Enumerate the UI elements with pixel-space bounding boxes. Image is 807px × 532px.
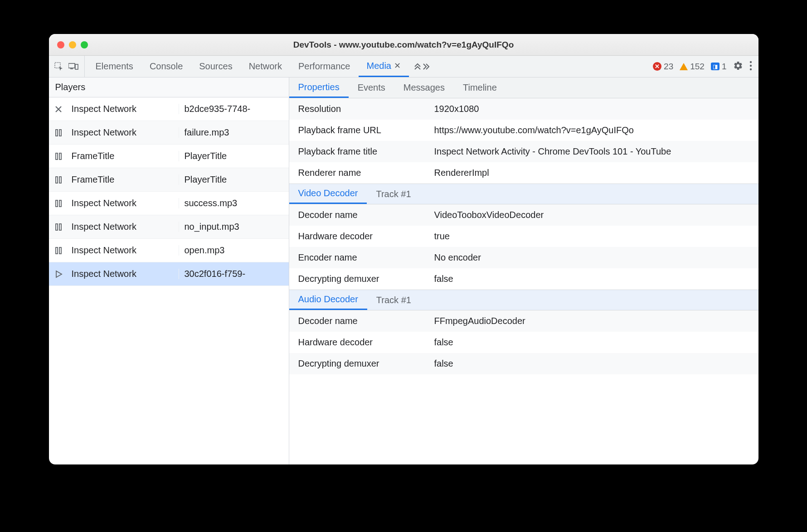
warnings-badge[interactable]: 152 [680, 62, 705, 72]
svg-point-6 [749, 68, 751, 70]
property-row: Resolution1920x1080 [289, 98, 758, 120]
tab-media[interactable]: Media ✕ [359, 56, 409, 77]
property-key: Hardware decoder [298, 231, 434, 242]
detail-tab-properties[interactable]: Properties [289, 77, 349, 98]
settings-icon[interactable] [733, 61, 743, 73]
svg-rect-7 [56, 130, 58, 136]
player-row[interactable]: Inspect Network30c2f016-f759- [49, 262, 289, 286]
player-title: b2dce935-7748- [179, 104, 289, 114]
player-title: no_input.mp3 [179, 222, 289, 232]
minimize-window-button[interactable] [69, 41, 76, 48]
property-value: true [434, 231, 749, 242]
inspect-element-icon[interactable] [53, 61, 64, 72]
property-value: No encoder [434, 252, 749, 263]
svg-rect-16 [59, 224, 61, 230]
svg-rect-8 [59, 130, 61, 136]
svg-point-5 [749, 64, 751, 66]
svg-rect-15 [56, 224, 58, 230]
property-value: VideoTooboxVideoDecoder [434, 210, 749, 220]
device-toggle-icon[interactable] [68, 61, 79, 72]
video-decoder-properties: Decoder nameVideoTooboxVideoDecoderHardw… [289, 204, 758, 290]
audio-decoder-tab[interactable]: Audio Decoder [289, 290, 367, 310]
player-row[interactable]: FrameTitlePlayerTitle [49, 168, 289, 192]
player-frame: Inspect Network [68, 245, 179, 256]
player-status-icon [49, 129, 68, 137]
window-title: DevTools - www.youtube.com/watch?v=e1gAy… [293, 40, 514, 50]
detail-tab-messages[interactable]: Messages [394, 77, 454, 98]
players-sidebar: Players Inspect Networkb2dce935-7748-Ins… [49, 77, 289, 464]
panel-tabs: Elements Console Sources Network Perform… [88, 56, 409, 77]
audio-decoder-properties: Decoder nameFFmpegAudioDecoderHardware d… [289, 310, 758, 374]
player-row[interactable]: Inspect Networkopen.mp3 [49, 239, 289, 262]
errors-badge[interactable]: ✕ 23 [653, 62, 673, 72]
player-row[interactable]: Inspect Networkb2dce935-7748- [49, 97, 289, 121]
player-status-icon [49, 105, 68, 113]
player-row[interactable]: Inspect Networkno_input.mp3 [49, 215, 289, 239]
titlebar: DevTools - www.youtube.com/watch?v=e1gAy… [49, 34, 758, 56]
property-value: https://www.youtube.com/watch?v=e1gAyQuI… [434, 125, 749, 135]
player-status-icon [49, 270, 68, 278]
audio-decoder-section-tabs: Audio Decoder Track #1 [289, 290, 758, 310]
svg-rect-17 [56, 247, 58, 254]
svg-rect-9 [56, 153, 58, 160]
player-title: success.mp3 [179, 198, 289, 208]
svg-rect-13 [56, 200, 58, 207]
detail-tab-timeline[interactable]: Timeline [454, 77, 506, 98]
property-row: Decoder nameFFmpegAudioDecoder [289, 310, 758, 332]
player-row[interactable]: Inspect Networksuccess.mp3 [49, 192, 289, 215]
issues-badge[interactable]: ◨ 1 [711, 62, 727, 72]
property-key: Decoder name [298, 210, 434, 220]
tab-performance[interactable]: Performance [290, 56, 359, 77]
property-value: false [434, 358, 749, 369]
main-toolbar: Elements Console Sources Network Perform… [49, 56, 758, 77]
svg-point-4 [749, 61, 751, 63]
player-title: open.mp3 [179, 245, 289, 256]
player-row[interactable]: FrameTitlePlayerTitle [49, 145, 289, 168]
svg-rect-11 [56, 177, 58, 183]
detail-tabs: Properties Events Messages Timeline [289, 77, 758, 98]
player-status-icon [49, 247, 68, 255]
warning-icon [680, 63, 688, 70]
player-frame: Inspect Network [68, 104, 179, 114]
property-key: Decrypting demuxer [298, 274, 434, 284]
player-frame: Inspect Network [68, 127, 179, 138]
more-tabs-button[interactable] [409, 56, 433, 77]
property-value: Inspect Network Activity - Chrome DevToo… [434, 146, 749, 157]
player-list: Inspect Networkb2dce935-7748-Inspect Net… [49, 97, 289, 464]
player-frame: Inspect Network [68, 198, 179, 208]
audio-track-tab[interactable]: Track #1 [367, 290, 420, 310]
video-track-tab[interactable]: Track #1 [367, 184, 420, 204]
sidebar-header: Players [49, 77, 289, 97]
svg-rect-12 [59, 177, 61, 183]
maximize-window-button[interactable] [81, 41, 88, 48]
tab-elements[interactable]: Elements [88, 56, 141, 77]
svg-rect-1 [68, 63, 75, 68]
property-key: Hardware decoder [298, 337, 434, 348]
property-row: Hardware decoderfalse [289, 332, 758, 353]
property-value: false [434, 274, 749, 284]
svg-rect-18 [59, 247, 61, 254]
close-tab-icon[interactable]: ✕ [394, 61, 401, 71]
property-value: FFmpegAudioDecoder [434, 316, 749, 326]
property-key: Resolution [298, 104, 434, 114]
player-row[interactable]: Inspect Networkfailure.mp3 [49, 121, 289, 145]
property-row: Decrypting demuxerfalse [289, 353, 758, 374]
detail-tab-events[interactable]: Events [349, 77, 394, 98]
more-options-icon[interactable] [749, 61, 752, 73]
player-title: failure.mp3 [179, 127, 289, 138]
tab-console[interactable]: Console [141, 56, 191, 77]
player-title: 30c2f016-f759- [179, 269, 289, 279]
tab-sources[interactable]: Sources [191, 56, 240, 77]
player-status-icon [49, 199, 68, 208]
svg-rect-2 [70, 68, 73, 69]
error-icon: ✕ [653, 62, 661, 71]
svg-rect-10 [59, 153, 61, 160]
property-row: Encoder nameNo encoder [289, 247, 758, 268]
property-row: Decoder nameVideoTooboxVideoDecoder [289, 204, 758, 226]
video-decoder-tab[interactable]: Video Decoder [289, 184, 367, 204]
tab-network[interactable]: Network [241, 56, 290, 77]
issues-count: 1 [722, 62, 727, 72]
close-window-button[interactable] [57, 41, 64, 48]
player-status-icon [49, 152, 68, 160]
property-value: false [434, 337, 749, 348]
